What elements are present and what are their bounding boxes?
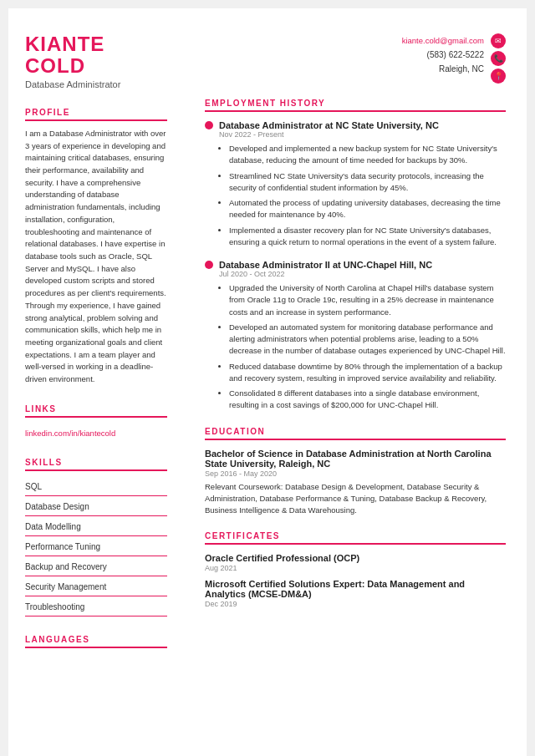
edu-desc: Relevant Coursework: Database Design & D… — [205, 481, 506, 517]
email-icon: ✉ — [491, 33, 506, 48]
certificates-label: CERTIFICATES — [205, 531, 506, 545]
email-link[interactable]: kiante.cold@gmail.com — [402, 36, 484, 45]
profile-text: I am a Database Administrator with over … — [25, 128, 167, 386]
skill-item: Database Design — [25, 498, 167, 516]
skill-item: Performance Tuning — [25, 538, 167, 556]
bullet-item: Developed an automated system for monito… — [229, 322, 506, 358]
job-block-1: Database Administrator at NC State Unive… — [205, 120, 506, 248]
job-date-1: Nov 2022 - Present — [219, 130, 506, 139]
skill-item: Backup and Recovery — [25, 558, 167, 576]
skill-item: SQL — [25, 478, 167, 496]
cert-block-2: Microsoft Certified Solutions Expert: Da… — [205, 579, 506, 608]
job-block-2: Database Administrator II at UNC-Chapel … — [205, 260, 506, 412]
job-title-header: Database Administrator — [25, 79, 167, 89]
job-title-1: Database Administrator at NC State Unive… — [205, 120, 506, 130]
bullet-item: Automated the process of updating univer… — [229, 197, 506, 221]
education-label: EDUCATION — [205, 427, 506, 440]
cert-date-2: Dec 2019 — [205, 600, 506, 608]
employment-label: EMPLOYMENT HISTORY — [205, 99, 506, 112]
bullet-item: Implemented a disaster recovery plan for… — [229, 225, 506, 249]
edu-title: Bachelor of Science in Database Administ… — [205, 449, 506, 469]
links-label: LINKS — [25, 404, 167, 418]
job-dot-2 — [205, 261, 213, 269]
profile-label: PROFILE — [25, 108, 167, 121]
contact-icons: ✉ 📞 📍 — [491, 33, 506, 84]
edu-date: Sep 2016 - May 2020 — [205, 469, 506, 478]
bullet-item: Developed and implemented a new backup s… — [229, 143, 506, 167]
job-bullets-2: Upgraded the University of North Carolin… — [219, 282, 506, 412]
job-dot-1 — [205, 121, 213, 129]
full-name: KIANTE COLD — [25, 33, 167, 78]
name-block: KIANTE COLD Database Administrator — [25, 33, 167, 89]
sidebar: KIANTE COLD Database Administrator PROFI… — [8, 8, 184, 756]
job-bullets-1: Developed and implemented a new backup s… — [219, 143, 506, 248]
bullet-item: Consolidated 8 different databases into … — [229, 388, 506, 412]
skill-item: Security Management — [25, 578, 167, 596]
phone-icon: 📞 — [491, 51, 506, 66]
skill-item: Data Modelling — [25, 518, 167, 536]
job-title-2: Database Administrator II at UNC-Chapel … — [205, 260, 506, 270]
location-icon: 📍 — [491, 68, 506, 84]
phone-text: (583) 622-5222 — [427, 50, 484, 59]
languages-label: LANGUAGES — [25, 635, 167, 648]
job-date-2: Jul 2020 - Oct 2022 — [219, 270, 506, 278]
bullet-item: Upgraded the University of North Carolin… — [229, 282, 506, 318]
bullet-item: Reduced database downtime by 80% through… — [229, 361, 506, 385]
linkedin-link[interactable]: linkedin.com/in/kiantecold — [25, 429, 115, 438]
contact-header: kiante.cold@gmail.com (583) 622-5222 Ral… — [205, 33, 506, 84]
skill-item: Troubleshooting — [25, 598, 167, 616]
skills-list: SQL Database Design Data Modelling Perfo… — [25, 478, 167, 616]
bullet-item: Streamlined NC State University's data s… — [229, 170, 506, 195]
skills-label: SKILLS — [25, 458, 167, 471]
cert-block-1: Oracle Certified Professional (OCP) Aug … — [205, 553, 506, 572]
resume-container: KIANTE COLD Database Administrator PROFI… — [8, 8, 527, 756]
main-content: kiante.cold@gmail.com (583) 622-5222 Ral… — [184, 8, 527, 756]
cert-title-1: Oracle Certified Professional (OCP) — [205, 553, 506, 563]
cert-title-2: Microsoft Certified Solutions Expert: Da… — [205, 579, 506, 599]
cert-date-1: Aug 2021 — [205, 564, 506, 572]
contact-info: kiante.cold@gmail.com (583) 622-5222 Ral… — [402, 33, 484, 84]
location-text: Raleigh, NC — [439, 64, 484, 74]
